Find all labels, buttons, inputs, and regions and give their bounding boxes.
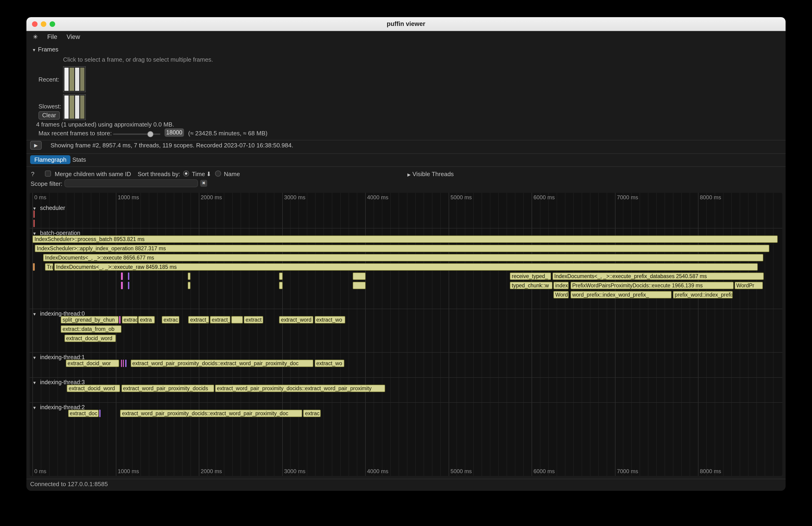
menu-view[interactable]: View	[67, 33, 80, 40]
scope-bar[interactable]: extract_docid_word	[64, 335, 116, 342]
scope-bar[interactable]: extract_word_pair_proximity_docids	[121, 385, 214, 392]
scope-bar[interactable]	[121, 273, 123, 280]
scope-bar[interactable]: extract_docid_word	[67, 385, 120, 392]
axis-tick-label: 3000 ms	[284, 468, 305, 474]
scope-bar[interactable]: extract_word	[279, 316, 313, 323]
collapse-icon: ▼	[32, 380, 37, 385]
thread-separator	[30, 377, 782, 378]
sort-direction-icon[interactable]: ⬇	[206, 171, 211, 177]
scope-bar[interactable]: extrac	[303, 410, 320, 417]
scope-bar[interactable]: extract_word_pair_proximity_docids::extr…	[215, 385, 386, 392]
axis-tick-label: 6000 ms	[534, 468, 555, 474]
scope-bar[interactable]: extract::data_from_ob	[61, 325, 121, 333]
frame-bar[interactable]	[80, 68, 85, 91]
scope-bar[interactable]: IndexDocuments<_, _>::execute_prefix_dat…	[552, 273, 764, 280]
separator	[26, 140, 786, 141]
scope-bar[interactable]: IndexScheduler>::process_batch 8953.821 …	[33, 235, 778, 243]
scope-bar[interactable]	[121, 282, 123, 289]
scope-bar[interactable]	[188, 282, 190, 289]
frame-bar[interactable]	[64, 68, 69, 91]
flamegraph-canvas[interactable]: 0 ms0 ms1000 ms1000 ms2000 ms2000 ms3000…	[30, 193, 782, 476]
scope-bar[interactable]	[279, 282, 283, 289]
visible-threads-header[interactable]: ▶Visible Threads	[407, 171, 454, 177]
scope-bar[interactable]: PrefixWordPairsProximityDocids::execute …	[570, 282, 734, 289]
scope-bar[interactable]: word_prefix::index_word_prefix_	[570, 291, 671, 298]
sort-time-label[interactable]: Time	[192, 171, 205, 177]
scope-bar[interactable]: extract_docid_wor	[66, 360, 119, 367]
connection-status: Connected to 127.0.0.1:8585	[30, 481, 108, 487]
scope-bar[interactable]	[353, 282, 366, 289]
scope-bar[interactable]: typed_chunk::w	[510, 282, 553, 289]
max-frames-value[interactable]: 18000	[164, 128, 184, 137]
menu-file[interactable]: File	[47, 33, 57, 40]
scope-bar[interactable]: index	[553, 282, 569, 289]
recent-frames-label: Recent:	[39, 76, 59, 83]
scope-bar[interactable]	[121, 360, 122, 367]
scope-bar[interactable]: extract_word_pair_proximity_docids::extr…	[130, 360, 314, 367]
radio-sort-name[interactable]	[215, 171, 221, 177]
frame-bar[interactable]	[80, 96, 85, 119]
scope-bar[interactable]	[232, 316, 243, 323]
help-button[interactable]: ?	[31, 171, 34, 177]
slowest-frames-thumbnail[interactable]	[63, 94, 86, 120]
sort-name-label[interactable]: Name	[224, 171, 240, 177]
scope-bar[interactable]	[128, 282, 129, 289]
tab-stats[interactable]: Stats	[68, 155, 90, 164]
axis-tick-label: 8000 ms	[700, 468, 721, 474]
scope-bar[interactable]	[279, 273, 283, 280]
tab-flamegraph[interactable]: Flamegraph	[30, 155, 71, 164]
scope-bar[interactable]	[119, 316, 120, 323]
scope-bar[interactable]: extra	[138, 316, 155, 323]
scope-bar[interactable]	[33, 263, 34, 271]
scope-bar[interactable]: extract_	[210, 316, 231, 323]
scope-bar[interactable]: split_grenad_by_chun	[61, 316, 119, 323]
scope-bar[interactable]	[99, 410, 101, 417]
scope-bar[interactable]	[353, 273, 366, 280]
frame-bar[interactable]	[70, 68, 74, 91]
frame-bar[interactable]	[75, 68, 79, 91]
scope-bar[interactable]: extract_wo	[315, 316, 345, 323]
scope-filter-input[interactable]	[64, 179, 198, 187]
scope-bar[interactable]: IndexDocuments<_, _>::execute 8656.677 m…	[43, 254, 764, 261]
scope-bar[interactable]	[128, 273, 129, 280]
clear-filter-button[interactable]: ✖	[200, 180, 207, 187]
collapse-icon: ▼	[32, 355, 37, 360]
scope-bar[interactable]: WordPr	[734, 282, 763, 289]
scope-bar[interactable]: prefix_word::index_prefix_wo	[673, 291, 733, 298]
merge-children-label[interactable]: Merge children with same ID	[55, 171, 131, 177]
scope-bar[interactable]	[125, 360, 127, 367]
scope-bar[interactable]: extract_	[188, 316, 209, 323]
scope-bar[interactable]: Trans	[45, 263, 54, 271]
max-frames-slider[interactable]	[113, 131, 160, 138]
scope-bar[interactable]: extrac	[162, 316, 179, 323]
scope-bar[interactable]: extract_doc	[68, 410, 99, 417]
recent-frames-thumbnail[interactable]	[63, 66, 86, 92]
radio-dot	[185, 172, 187, 175]
play-button[interactable]: ▶	[30, 141, 42, 150]
frame-bar[interactable]	[75, 96, 79, 119]
scope-bar[interactable]: extract	[244, 316, 263, 323]
titlebar[interactable]: puffin viewer	[26, 17, 786, 31]
scope-bar[interactable]: Word	[553, 291, 569, 298]
scope-bar[interactable]	[33, 220, 35, 227]
thread-header-scheduler[interactable]: ▼ scheduler	[32, 205, 65, 211]
frame-bar[interactable]	[64, 96, 69, 119]
scope-bar[interactable]: receive_typed_	[510, 273, 551, 280]
scope-bar[interactable]: IndexScheduler>::apply_index_operation 8…	[35, 245, 769, 252]
merge-children-checkbox[interactable]	[45, 171, 51, 177]
scope-bar[interactable]: extract	[122, 316, 137, 323]
axis-tick-label: 4000 ms	[367, 194, 388, 201]
clear-frames-button[interactable]: Clear	[39, 111, 60, 120]
frame-bar[interactable]	[70, 96, 74, 119]
slider-knob[interactable]	[147, 131, 154, 137]
thread-separator	[30, 352, 782, 353]
scope-bar[interactable]: IndexDocuments<_, _>::execute_raw 8459.1…	[54, 263, 758, 271]
scope-bar[interactable]: extract_word_pair_proximity_docids::extr…	[120, 410, 302, 417]
scope-bar[interactable]: extract_wo	[315, 360, 344, 367]
scope-bar[interactable]	[33, 210, 35, 218]
scope-bar[interactable]	[188, 273, 190, 280]
radio-sort-time[interactable]	[183, 171, 189, 177]
theme-toggle-icon[interactable]: ✳	[33, 33, 38, 40]
frames-section-header[interactable]: ▼Frames	[32, 46, 58, 53]
desktop: puffin viewer ✳ File View ▼Frames Click …	[0, 0, 812, 526]
